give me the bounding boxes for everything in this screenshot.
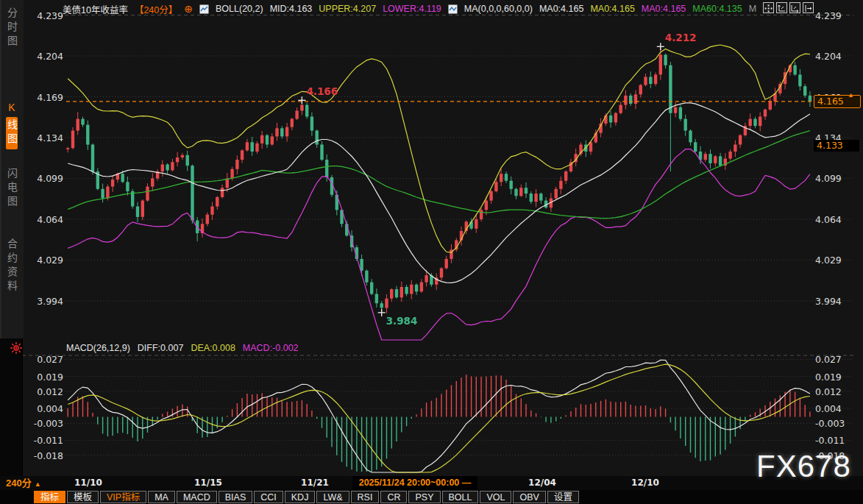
x-axis-date: 12/04 — [513, 476, 572, 490]
tab-macd[interactable]: MACD — [177, 491, 217, 503]
page-title: 美债10年收益率 — [63, 2, 128, 16]
price-up-arrow-icon: ▲ — [848, 91, 854, 99]
boll-upper-line — [68, 45, 810, 252]
extreme-label: 4.166 — [306, 85, 338, 97]
candles-down — [81, 54, 811, 308]
period-label[interactable]: 【240分】 — [135, 2, 177, 16]
candles-up — [66, 54, 792, 308]
ma0-white-value: MA0:4.165 — [539, 4, 583, 14]
boll-mid-line — [68, 103, 810, 283]
macd-histogram-negative — [98, 417, 745, 472]
tab-cci[interactable]: CCI — [254, 491, 283, 503]
zoom-y-axis-icon[interactable] — [776, 2, 787, 13]
x-axis-date: 12/10 — [616, 476, 675, 490]
tab-vip-indicator[interactable]: VIP指标 — [100, 491, 146, 503]
boll-label: BOLL(20,2) — [216, 4, 263, 14]
ma0-yellow-value: MA0:4.165 — [590, 4, 634, 14]
page-right-icon[interactable] — [803, 2, 814, 13]
kline-app: 4.1664.2123.984 4.2394.2044.1694.1344.09… — [0, 0, 863, 504]
header-toolbar — [763, 2, 814, 13]
ma-label: MA(0,0,0,60,0,0) — [464, 4, 533, 14]
tab-template[interactable]: 模板 — [67, 491, 99, 503]
ma60-value: MA60:4.135 — [692, 4, 742, 14]
ma0-magenta-value: MA0:4.165 — [642, 4, 686, 14]
macd-header: MACD(26,12,9) DIFF:0.007 DEA:0.008 MACD:… — [66, 343, 299, 353]
macd-label: MACD(26,12,9) — [66, 343, 130, 353]
chart-header: 美债10年收益率 【240分】 ⊕ BOLL(20,2) MID:4.163 U… — [63, 2, 756, 15]
tab-rsi[interactable]: RSI — [351, 491, 380, 503]
period-indicator[interactable]: 240分▲ — [6, 476, 41, 491]
x-axis-date: 11/15 — [179, 476, 238, 490]
tab-boll[interactable]: BOLL — [442, 491, 479, 503]
sidebar-item-kline-chart[interactable]: K线图 — [4, 102, 20, 149]
boll-lower-value: LOWER:4.119 — [383, 4, 441, 14]
zoom-x-axis-icon[interactable] — [789, 2, 800, 13]
alarm-icon[interactable] — [10, 341, 23, 355]
tab-lwr[interactable]: LW& — [316, 491, 349, 503]
macd-dea-value: DEA:0.008 — [191, 343, 235, 353]
sidebar-item-contract-info[interactable]: 合约资料 — [4, 238, 20, 294]
period-arrow-icon: ▲ — [35, 480, 41, 488]
x-axis-date: 11/10 — [59, 476, 118, 490]
sidebar: 分时图K线图闪电图合约资料 — [0, 0, 23, 476]
boll-mid-value: MID:4.163 — [270, 4, 313, 14]
sidebar-item-flash-chart[interactable]: 闪电图 — [4, 168, 20, 210]
boll-chart-icon[interactable] — [199, 4, 209, 14]
chart-canvas[interactable]: 4.1664.2123.984 — [0, 0, 863, 504]
tab-ma[interactable]: MA — [148, 491, 175, 503]
add-compare-icon[interactable]: ⊕ — [184, 4, 193, 14]
tab-kdj[interactable]: KDJ — [285, 491, 316, 503]
extreme-label: 3.984 — [386, 315, 418, 327]
extreme-marker-icon — [378, 309, 386, 316]
m-label: M — [749, 4, 756, 14]
x-axis: 240分▲ 2025/11/24 20:00~00:00 — 11/1011/1… — [0, 476, 863, 490]
tab-obv[interactable]: OBV — [513, 491, 545, 503]
boll-upper-value: UPPER:4.207 — [319, 4, 376, 14]
macd-diff-value: DIFF:0.007 — [138, 343, 184, 353]
macd-histogram-positive — [68, 375, 810, 416]
crosshair-time-box: 2025/11/24 20:00~00:00 — — [352, 476, 477, 490]
tab-indicator[interactable]: 指标 — [34, 491, 65, 503]
macd-value: MACD:-0.002 — [243, 343, 299, 353]
extreme-label: 4.212 — [665, 32, 697, 43]
tab-settings[interactable]: 设置 — [547, 491, 579, 503]
pan-icon[interactable] — [763, 2, 774, 13]
extreme-marker-icon — [657, 43, 664, 50]
extreme-marker-icon — [298, 96, 305, 104]
macd-dea-line — [68, 364, 810, 472]
boll-lower-line — [68, 149, 810, 340]
tab-cr[interactable]: CR — [380, 491, 407, 503]
indicator-toolbar: 指标模板VIP指标MAMACDBIASCCIKDJLW&RSICRPSYBOLL… — [0, 490, 863, 504]
tab-psy[interactable]: PSY — [408, 491, 440, 503]
reference-price-box: 4.133 — [814, 140, 859, 152]
tab-bias[interactable]: BIAS — [219, 491, 253, 503]
ma-chart-icon[interactable] — [448, 4, 458, 14]
sidebar-item-time-chart[interactable]: 分时图 — [4, 7, 20, 49]
x-axis-date: 11/21 — [285, 476, 344, 490]
ma60-line — [68, 131, 810, 219]
tab-vol[interactable]: VOL — [480, 491, 511, 503]
